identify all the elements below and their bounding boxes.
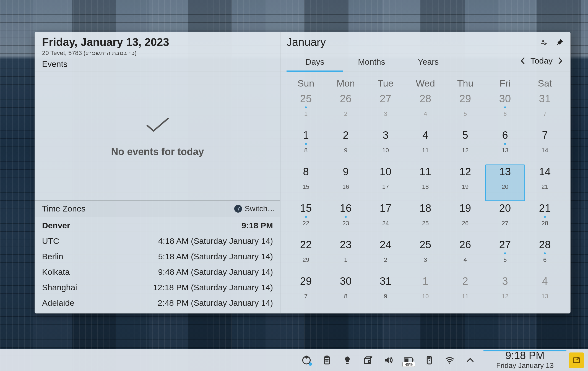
calendar-day-alt: 14 (542, 147, 548, 154)
updates-icon[interactable] (300, 354, 313, 366)
calendar-day[interactable]: 1825 (405, 201, 445, 237)
calendar-day[interactable]: 253 (405, 237, 445, 274)
configure-icon[interactable] (539, 38, 548, 47)
calendar-day[interactable]: 815 (286, 164, 326, 201)
calendar-day[interactable]: 317 (525, 92, 565, 128)
clipboard-icon[interactable] (321, 354, 333, 366)
calendar-day[interactable]: 411 (405, 128, 445, 164)
volume-icon[interactable] (382, 354, 394, 366)
tray-expand-icon[interactable] (464, 354, 476, 366)
calendar-day[interactable]: 306 (485, 92, 525, 128)
calendar-day-alt: 5 (503, 256, 507, 263)
calendar-day-alt: 11 (462, 293, 469, 300)
taskbar-clock[interactable]: 9:18 PM Friday January 13 (483, 350, 566, 370)
timezone-row[interactable]: Shanghai12:18 PM (Saturday January 14) (42, 283, 273, 292)
calendar-day[interactable]: 2229 (286, 237, 326, 274)
calendar-day[interactable]: 1623 (326, 201, 366, 237)
calendar-day-alt: 7 (304, 293, 308, 300)
timezone-row[interactable]: Adelaide2:48 PM (Saturday January 14) (42, 298, 273, 308)
event-dot-icon (305, 216, 307, 218)
calendar-day[interactable]: 312 (485, 274, 525, 310)
timezone-row[interactable]: Berlin5:18 AM (Saturday January 14) (42, 252, 273, 261)
show-desktop-button[interactable] (569, 352, 584, 368)
calendar-day[interactable]: 2027 (485, 201, 525, 237)
wifi-icon[interactable] (444, 354, 456, 366)
calendar-day-number: 24 (380, 239, 391, 251)
tab-days[interactable]: Days (287, 53, 343, 72)
timezone-time: 2:48 PM (Saturday January 14) (158, 298, 273, 308)
calendar-day-alt: 5 (464, 110, 467, 117)
calendar-day[interactable]: 264 (445, 237, 485, 274)
today-button[interactable]: Today (530, 56, 553, 66)
calendar-day-number: 25 (420, 239, 431, 251)
tab-years[interactable]: Years (400, 53, 457, 72)
calendar-day-alt: 21 (542, 183, 548, 190)
timezone-city: Adelaide (42, 298, 74, 308)
timezone-row[interactable]: UTC4:18 AM (Saturday January 14) (42, 236, 273, 246)
vault-icon[interactable] (362, 354, 374, 366)
calendar-day-alt: 1 (344, 256, 347, 263)
calendar-weeks: 2512622732842953063171829310411512613714… (286, 92, 565, 310)
calendar-day[interactable]: 1421 (525, 164, 565, 201)
event-dot-icon (305, 143, 307, 145)
dow-header: Fri (485, 74, 525, 92)
calendar-day[interactable]: 916 (326, 164, 366, 201)
timezone-row[interactable]: Kolkata9:48 AM (Saturday January 14) (42, 267, 273, 277)
calendar-day-alt: 4 (464, 256, 467, 263)
battery-icon[interactable]: 49% (403, 354, 415, 366)
timezones-switch-button[interactable]: Switch… (234, 204, 275, 213)
calendar-day[interactable]: 295 (445, 92, 485, 128)
calendar-day[interactable]: 1219 (445, 164, 485, 201)
calendar-day[interactable]: 242 (366, 237, 405, 274)
calendar-day[interactable]: 1017 (366, 164, 405, 201)
prev-month-button[interactable] (519, 57, 527, 65)
timezone-city: Denver (42, 221, 70, 230)
calendar-day-alt: 6 (543, 256, 547, 263)
calendar-day-number: 21 (539, 203, 551, 214)
calendar-day-alt: 7 (543, 110, 547, 117)
calendar-day[interactable]: 262 (326, 92, 366, 128)
calendar-day[interactable]: 284 (405, 92, 445, 128)
calendar-day-alt: 26 (462, 220, 469, 227)
pin-icon[interactable] (555, 38, 564, 47)
calendar-day[interactable]: 110 (405, 274, 445, 310)
calendar-day[interactable]: 286 (525, 237, 565, 274)
svg-point-1 (542, 40, 544, 42)
calendar-day-number: 8 (303, 166, 309, 178)
next-month-button[interactable] (556, 57, 564, 65)
calendar-day[interactable]: 1522 (286, 201, 326, 237)
calendar-day[interactable]: 18 (286, 128, 326, 164)
calendar-day[interactable]: 1926 (445, 201, 485, 237)
calendar-day[interactable]: 1320 (485, 164, 525, 201)
calendar-week: 251262273284295306317 (286, 92, 565, 128)
calendar-day[interactable]: 613 (485, 128, 525, 164)
hint-bulb-icon[interactable] (341, 354, 353, 366)
calendar-day[interactable]: 251 (286, 92, 326, 128)
calendar-day[interactable]: 275 (485, 237, 525, 274)
calendar-day[interactable]: 310 (366, 128, 405, 164)
calendar-day[interactable]: 413 (525, 274, 565, 310)
calendar-day-alt: 18 (422, 183, 429, 190)
timezone-time: 9:18 PM (242, 221, 273, 230)
calendar-day-alt: 2 (344, 110, 347, 117)
calendar-week: 2229231242253264275286 (286, 237, 565, 274)
calendar-day[interactable]: 231 (326, 237, 366, 274)
left-column: Friday, January 13, 2023 20 Tevet, 5783 … (35, 32, 280, 313)
calendar-day[interactable]: 273 (366, 92, 405, 128)
calendar-day[interactable]: 1724 (366, 201, 405, 237)
kdeconnect-icon[interactable] (423, 354, 435, 366)
calendar-day[interactable]: 29 (326, 128, 366, 164)
calendar-day[interactable]: 211 (445, 274, 485, 310)
calendar-day[interactable]: 2128 (525, 201, 565, 237)
calendar-day-number: 6 (502, 130, 508, 141)
calendar-day-alt: 23 (342, 220, 349, 227)
tab-months[interactable]: Months (343, 53, 400, 72)
calendar-day[interactable]: 319 (366, 274, 405, 310)
calendar-day[interactable]: 512 (445, 128, 485, 164)
calendar-day[interactable]: 714 (525, 128, 565, 164)
calendar-day-alt: 11 (422, 147, 429, 154)
calendar-day[interactable]: 1118 (405, 164, 445, 201)
calendar-day[interactable]: 308 (326, 274, 366, 310)
timezone-row[interactable]: Denver9:18 PM (42, 221, 273, 230)
calendar-day[interactable]: 297 (286, 274, 326, 310)
